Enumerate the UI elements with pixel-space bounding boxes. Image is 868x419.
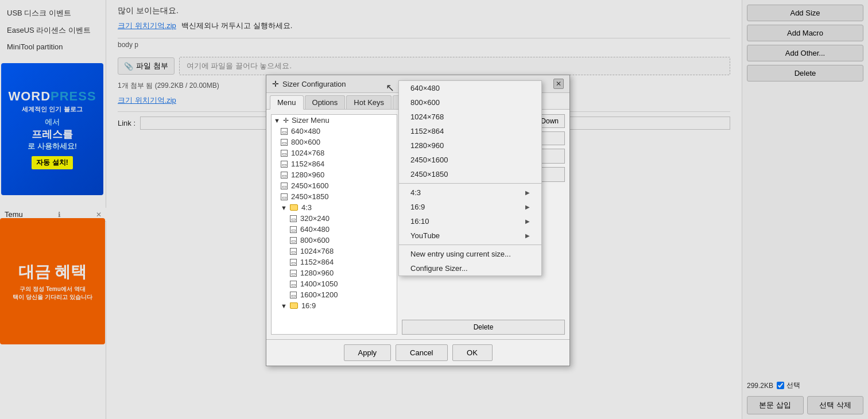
ctx-label: 1280×960 <box>410 141 444 150</box>
tab-options[interactable]: Options <box>305 95 346 109</box>
resize-icon: ▭ <box>281 172 288 179</box>
ctx-item-16-10[interactable]: 16:10 ▶ <box>399 214 541 228</box>
apply-button[interactable]: Apply <box>344 344 392 361</box>
resize-icon: ▭ <box>281 128 288 135</box>
tree-label: 1024×768 <box>291 149 324 157</box>
tree-label: 2450×1850 <box>291 192 328 201</box>
mouse-cursor: ↖ <box>386 82 394 94</box>
tree-label: 640×480 <box>300 225 330 234</box>
tree-label: 1024×768 <box>300 247 334 255</box>
ctx-item-4-3[interactable]: 4:3 ▶ <box>399 185 541 200</box>
sizer-tree-icon: ✛ <box>283 117 289 125</box>
ctx-label: New entry using current size... <box>410 250 511 258</box>
tree-label: 1400×1050 <box>300 280 338 288</box>
tree-label: 800×600 <box>291 138 320 146</box>
ctx-arrow-16-10: ▶ <box>525 218 530 224</box>
ctx-item-1152x864[interactable]: 1152×864 <box>399 124 541 138</box>
tree-item-800x600-2[interactable]: ▭ 800×600 <box>272 235 397 246</box>
ctx-item-2450x1600[interactable]: 2450×1600 <box>399 153 541 167</box>
tree-item-640x480-2[interactable]: ▭ 640×480 <box>272 224 397 235</box>
ctx-separator-2 <box>399 245 541 245</box>
ctx-item-youtube[interactable]: YouTube ▶ <box>399 228 541 243</box>
resize-icon: ▭ <box>281 150 288 157</box>
tree-item-2450x1600-1[interactable]: ▭ 2450×1600 <box>272 180 397 191</box>
ctx-item-16-9[interactable]: 16:9 ▶ <box>399 200 541 214</box>
ctx-label: 1152×864 <box>410 127 444 135</box>
ctx-separator-1 <box>399 183 541 184</box>
tree-item-2450x1850-1[interactable]: ▭ 2450×1850 <box>272 191 397 202</box>
ctx-item-1280x960[interactable]: 1280×960 <box>399 138 541 153</box>
ctx-label: 4:3 <box>410 188 421 197</box>
resize-icon: ▭ <box>281 139 288 146</box>
ctx-label: 800×600 <box>410 98 440 107</box>
ctx-item-2450x1850[interactable]: 2450×1850 <box>399 167 541 181</box>
resize-icon: ▭ <box>281 161 288 168</box>
resize-icon: ▭ <box>290 270 297 277</box>
tree-item-1600x1200[interactable]: ▭ 1600×1200 <box>272 289 397 300</box>
tree-label: 1280×960 <box>291 170 324 179</box>
cancel-button[interactable]: Cancel <box>396 344 447 361</box>
tree-label: 2450×1600 <box>291 181 328 190</box>
resize-icon: ▭ <box>281 193 288 200</box>
resize-icon: ▭ <box>290 226 297 233</box>
ctx-arrow-16-9: ▶ <box>525 204 530 210</box>
tree-label: 1152×864 <box>291 160 324 168</box>
resize-icon: ▭ <box>290 237 297 244</box>
dialog-title-left: ✛ Sizer Configuration <box>272 79 346 88</box>
tree-item-800x600-1[interactable]: ▭ 800×600 <box>272 137 397 148</box>
tree-root[interactable]: ▼ ✛ Sizer Menu <box>272 115 397 126</box>
tree-label: 1152×864 <box>300 258 334 266</box>
ctx-label: 1024×768 <box>410 112 444 121</box>
ctx-label: 640×480 <box>410 84 440 92</box>
resize-icon: ▭ <box>281 183 288 189</box>
dialog-footer: Apply Cancel OK <box>266 339 569 366</box>
resize-icon: ▭ <box>290 259 297 266</box>
ctx-item-new-entry[interactable]: New entry using current size... <box>399 247 541 261</box>
tree-label: 4:3 <box>301 203 312 212</box>
tree-item-1280x960-1[interactable]: ▭ 1280×960 <box>272 169 397 180</box>
ctx-label: 16:9 <box>410 203 425 211</box>
tree-label: 320×240 <box>300 214 330 223</box>
tree-item-1024x768-1[interactable]: ▭ 1024×768 <box>272 148 397 158</box>
ctx-label: YouTube <box>410 231 440 240</box>
folder-icon-4-3 <box>290 204 298 211</box>
tree-item-1152x864-2[interactable]: ▭ 1152×864 <box>272 257 397 267</box>
ctx-item-1024x768[interactable]: 1024×768 <box>399 110 541 124</box>
tree-panel[interactable]: ▼ ✛ Sizer Menu ▭ 640×480 ▭ 800×600 ▭ 102… <box>271 114 397 335</box>
tree-item-16-9[interactable]: ▼ 16:9 <box>272 300 397 311</box>
context-menu: 640×480 800×600 1024×768 1152×864 1280×9… <box>398 80 542 276</box>
dialog-close-button[interactable]: ✕ <box>553 79 564 89</box>
tree-item-320x240[interactable]: ▭ 320×240 <box>272 213 397 224</box>
tree-label: 800×600 <box>300 236 330 245</box>
resize-icon: ▭ <box>290 248 297 255</box>
tree-label: 1600×1200 <box>300 290 338 299</box>
tree-label: 640×480 <box>291 127 320 135</box>
tab-hotkeys[interactable]: Hot Keys <box>346 95 392 109</box>
tree-label: 16:9 <box>301 301 316 310</box>
dialog-title: Sizer Configuration <box>282 80 346 88</box>
tree-item-1152x864-1[interactable]: ▭ 1152×864 <box>272 158 397 169</box>
tree-item-1400x1050[interactable]: ▭ 1400×1050 <box>272 278 397 289</box>
folder-icon-16-9 <box>290 302 298 309</box>
ctx-label: 16:10 <box>410 217 429 226</box>
tree-item-1280x960-2[interactable]: ▭ 1280×960 <box>272 267 397 278</box>
resize-icon: ▭ <box>290 292 297 298</box>
tree-root-label: Sizer Menu <box>292 116 330 125</box>
ctx-arrow-youtube: ▶ <box>525 232 530 239</box>
tree-item-640x480-1[interactable]: ▭ 640×480 <box>272 126 397 137</box>
tree-label: 1280×960 <box>300 269 334 277</box>
delete-button-dialog[interactable]: Delete <box>402 320 565 335</box>
resize-icon: ▭ <box>290 215 297 222</box>
ctx-item-640x480[interactable]: 640×480 <box>399 81 541 95</box>
tree-item-4-3[interactable]: ▼ 4:3 <box>272 202 397 213</box>
resize-icon: ▭ <box>290 281 297 288</box>
sizer-title-icon: ✛ <box>272 79 279 88</box>
tab-menu[interactable]: Menu <box>270 95 304 110</box>
tree-item-1024x768-2[interactable]: ▭ 1024×768 <box>272 246 397 257</box>
ctx-arrow-4-3: ▶ <box>525 189 530 196</box>
ctx-label: 2450×1600 <box>410 156 448 164</box>
ctx-item-configure[interactable]: Configure Sizer... <box>399 261 541 276</box>
ok-button[interactable]: OK <box>452 344 493 361</box>
ctx-item-800x600[interactable]: 800×600 <box>399 95 541 110</box>
ctx-label: Configure Sizer... <box>410 264 468 273</box>
